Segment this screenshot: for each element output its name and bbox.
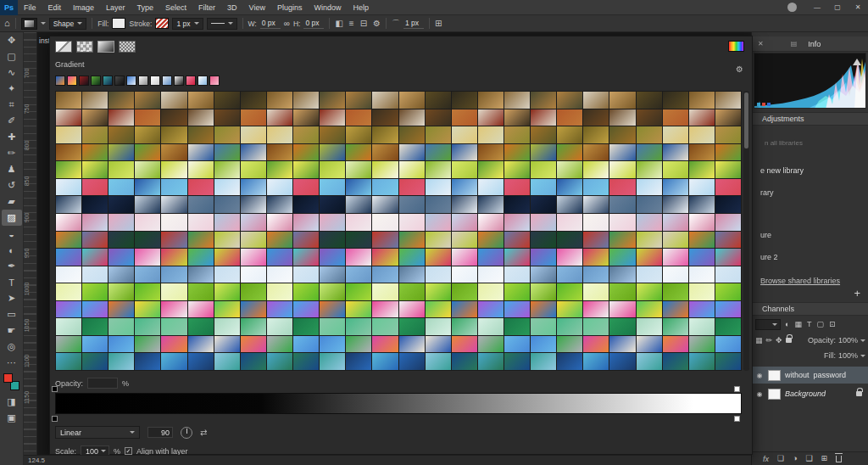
gradient-swatch[interactable]	[426, 161, 451, 178]
gradient-swatch[interactable]	[188, 161, 214, 178]
gradient-swatch[interactable]	[452, 266, 477, 283]
layer-effects-button[interactable]: fx	[763, 455, 769, 463]
gradient-swatch[interactable]	[56, 126, 81, 143]
gradient-swatch[interactable]	[82, 266, 108, 283]
gradient-swatch[interactable]	[426, 301, 451, 318]
gradient-swatch[interactable]	[267, 214, 292, 231]
gradient-swatch[interactable]	[293, 214, 319, 231]
gradient-swatch[interactable]	[399, 214, 425, 231]
clone-stamp-tool[interactable]: ♟	[2, 161, 22, 177]
gradient-swatch[interactable]	[82, 109, 108, 126]
gradient-swatch[interactable]	[346, 92, 371, 109]
gradient-swatch[interactable]	[161, 336, 186, 353]
gradient-swatch[interactable]	[426, 249, 451, 266]
gradient-swatch[interactable]	[267, 196, 292, 213]
smart-object-filter-icon[interactable]: ⊡	[829, 321, 836, 328]
gradient-swatch[interactable]	[188, 318, 214, 335]
gradient-swatch[interactable]	[426, 92, 451, 109]
gradient-swatch[interactable]	[663, 301, 688, 318]
gradient-swatch[interactable]	[609, 301, 635, 318]
chevron-down-icon[interactable]	[41, 22, 46, 25]
pattern-fill-button[interactable]	[119, 41, 136, 53]
reverse-gradient-icon[interactable]: ⇄	[200, 428, 207, 437]
gradient-swatch[interactable]	[188, 179, 214, 196]
gradient-swatch[interactable]	[346, 144, 371, 161]
gradient-swatch[interactable]	[504, 232, 530, 249]
gradient-swatch[interactable]	[214, 232, 240, 249]
gradient-swatch[interactable]	[557, 109, 582, 126]
gradient-swatch[interactable]	[161, 283, 186, 300]
gradient-swatch[interactable]	[56, 196, 81, 213]
gradient-swatch[interactable]	[557, 336, 582, 353]
gradient-swatch[interactable]	[399, 126, 425, 143]
gradient-swatch[interactable]	[557, 179, 582, 196]
gradient-swatch[interactable]	[637, 318, 662, 335]
gradient-swatch[interactable]	[689, 214, 715, 231]
gradient-swatch[interactable]	[715, 266, 741, 283]
gradient-swatch[interactable]	[715, 92, 741, 109]
gradient-swatch[interactable]	[188, 214, 214, 231]
gradient-swatch[interactable]	[452, 301, 477, 318]
gradient-swatch[interactable]	[188, 109, 214, 126]
gradient-swatch[interactable]	[426, 144, 451, 161]
add-library-button[interactable]: +	[854, 287, 860, 300]
gradient-swatch[interactable]	[241, 283, 266, 300]
gradient-swatch[interactable]	[663, 179, 688, 196]
gradient-swatch[interactable]	[320, 266, 345, 283]
gradient-swatch[interactable]	[161, 92, 186, 109]
gradient-swatch[interactable]	[56, 144, 81, 161]
gradient-swatch[interactable]	[689, 318, 715, 335]
gradient-swatch[interactable]	[56, 214, 81, 231]
gradient-swatch[interactable]	[320, 249, 345, 266]
gradient-swatch[interactable]	[214, 266, 240, 283]
gradient-swatch[interactable]	[82, 126, 108, 143]
gradient-swatch[interactable]	[452, 161, 477, 178]
gradient-swatch[interactable]	[399, 109, 425, 126]
gradient-swatch[interactable]	[689, 232, 715, 249]
color-picker-button[interactable]	[728, 41, 744, 52]
gradient-swatch[interactable]	[478, 232, 504, 249]
gradient-swatch[interactable]	[372, 283, 398, 300]
gradient-swatch[interactable]	[426, 353, 451, 370]
gradient-swatch[interactable]	[689, 161, 715, 178]
gradient-swatch[interactable]	[637, 144, 662, 161]
eye-icon[interactable]: ◉	[755, 390, 764, 398]
recent-gradient-swatch[interactable]	[114, 76, 125, 86]
gradient-swatch[interactable]	[346, 161, 371, 178]
gradient-swatch[interactable]	[426, 232, 451, 249]
pen-tool[interactable]: ✒	[2, 258, 22, 274]
gradient-swatch[interactable]	[135, 109, 160, 126]
width-input[interactable]: 0 px	[260, 18, 281, 29]
gradient-swatch[interactable]	[267, 161, 292, 178]
gradient-swatch[interactable]	[135, 249, 160, 266]
gradient-editor-bar[interactable]	[55, 393, 742, 414]
gradient-swatch[interactable]	[609, 232, 635, 249]
gradient-swatch[interactable]	[267, 266, 292, 283]
gradient-swatch[interactable]	[609, 126, 635, 143]
tool-mode-select[interactable]: Shape	[49, 18, 87, 30]
gradient-swatch[interactable]	[715, 196, 741, 213]
gradient-swatch[interactable]	[161, 249, 186, 266]
gradient-swatch[interactable]	[478, 249, 504, 266]
gradient-swatch[interactable]	[609, 196, 635, 213]
gradient-swatch[interactable]	[478, 318, 504, 335]
gradient-swatch[interactable]	[320, 92, 345, 109]
gradient-swatch[interactable]	[56, 301, 81, 318]
gradient-swatch[interactable]	[82, 196, 108, 213]
no-fill-button[interactable]	[55, 41, 72, 53]
gradient-swatch[interactable]	[583, 283, 609, 300]
histogram-panel-icon[interactable]: ▤	[791, 40, 798, 48]
gradient-swatch[interactable]	[241, 336, 266, 353]
gradient-swatch[interactable]	[82, 336, 108, 353]
gradient-swatch[interactable]	[637, 266, 662, 283]
gradient-swatch[interactable]	[637, 353, 662, 370]
gradient-swatch[interactable]	[135, 126, 160, 143]
gradient-swatch[interactable]	[161, 161, 186, 178]
gradient-swatch[interactable]	[241, 196, 266, 213]
delete-layer-icon[interactable]	[836, 456, 842, 462]
gradient-swatch[interactable]	[663, 161, 688, 178]
gradient-swatch[interactable]	[135, 92, 160, 109]
gradient-swatch[interactable]	[320, 179, 345, 196]
layer-thumbnail[interactable]	[768, 370, 781, 381]
gradient-swatch[interactable]	[188, 92, 214, 109]
